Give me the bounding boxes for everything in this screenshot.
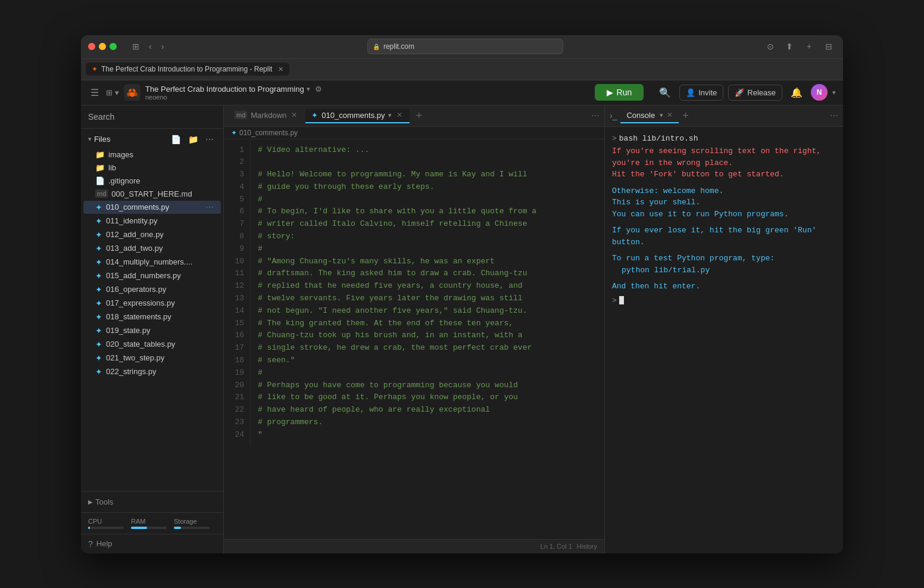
tools-row[interactable]: ▶ Tools (81, 495, 223, 509)
file-item-016[interactable]: ✦ 016_operators.py (83, 283, 221, 296)
sidebar-view-button[interactable]: ⊞ (129, 39, 143, 54)
file-item-012[interactable]: ✦ 012_add_one.py (83, 228, 221, 241)
help-section[interactable]: ? Help (81, 534, 223, 553)
py-icon: ✦ (95, 285, 102, 294)
console-prompt-symbol: > (612, 133, 617, 145)
files-header-label: Files (94, 135, 166, 144)
py-icon: ✦ (95, 244, 102, 253)
console-tab-label: Console (626, 111, 655, 120)
file-item-gitignore[interactable]: 📄 .gitignore (83, 175, 221, 187)
back-button[interactable]: ‹ (145, 39, 155, 54)
line-num-1: 1 (224, 144, 250, 157)
new-file-button[interactable]: 📄 (168, 133, 183, 145)
repl-dropdown-icon[interactable]: ▾ (307, 85, 310, 93)
file-name: images (108, 150, 214, 159)
file-item-020[interactable]: ✦ 020_state_tables.py (83, 338, 221, 351)
invite-button[interactable]: 👤 Invite (679, 85, 723, 101)
console-spacer-3 (612, 248, 836, 253)
file-item-022[interactable]: ✦ 022_strings.py (83, 365, 221, 378)
console-close-icon[interactable]: ✕ (667, 111, 673, 119)
url-bar[interactable]: 🔒 replit.com (367, 39, 564, 54)
titlebar-actions: ⊙ ⬆ ＋ ⊟ (763, 39, 836, 54)
header-controls: ⊞ ▾ (106, 88, 119, 97)
lock-icon: 🔒 (373, 43, 380, 50)
statusbar-ln-col: Ln 1, Col 1 (541, 543, 572, 550)
avatar[interactable]: N (811, 84, 828, 101)
browser-tab-replit[interactable]: ✦ The Perfect Crab Introduction to Progr… (86, 63, 289, 76)
code-line-24: " (258, 429, 597, 441)
header-actions: 🔍 👤 Invite 🚀 Release 🔔 N ▾ (655, 84, 836, 101)
download-icon[interactable]: ⊙ (763, 39, 778, 54)
sidebar-right-icon[interactable]: ⊟ (822, 39, 836, 54)
repl-settings-icon[interactable]: ⚙ (315, 85, 322, 94)
file-item-lib[interactable]: 📁 lib (83, 161, 221, 174)
traffic-lights (88, 43, 117, 50)
code-line-21: # like to be good at it. Perhaps you kno… (258, 391, 597, 404)
tab-010-comments[interactable]: ✦ 010_comments.py ▾ ✕ (305, 108, 410, 123)
tab-010-close[interactable]: ✕ (395, 111, 404, 119)
forward-button[interactable]: › (158, 39, 168, 54)
file-item-017[interactable]: ✦ 017_expressions.py (83, 297, 221, 310)
tab-dropdown-icon[interactable]: ▾ (388, 111, 392, 119)
new-folder-button[interactable]: 📁 (186, 133, 201, 145)
repl-name-row: The Perfect Crab Introduction to Program… (145, 85, 322, 94)
share-icon[interactable]: ⬆ (782, 39, 797, 54)
file-item-010-comments[interactable]: ✦ 010_comments.py ⋯ (83, 201, 221, 214)
py-icon: ✦ (95, 353, 102, 363)
file-item-021[interactable]: ✦ 021_two_step.py (83, 351, 221, 365)
file-item-018[interactable]: ✦ 018_statements.py (83, 310, 221, 323)
files-more-button[interactable]: ⋯ (203, 133, 216, 145)
file-item-images[interactable]: 📁 images (83, 148, 221, 161)
line-num-16: 16 (224, 329, 250, 342)
search-icon-btn[interactable]: 🔍 (655, 85, 675, 101)
tab-markdown-close[interactable]: ✕ (290, 111, 298, 119)
search-label[interactable]: Search (88, 112, 114, 122)
file-item-019[interactable]: ✦ 019_state.py (83, 324, 221, 337)
cpu-label: CPU (88, 518, 124, 525)
console-tab-main[interactable]: Console ▾ ✕ (620, 108, 679, 123)
line-num-19: 19 (224, 367, 250, 379)
console-add-tab-button[interactable]: + (680, 110, 691, 122)
tools-chevron-icon: ▶ (88, 499, 93, 505)
file-item-013[interactable]: ✦ 013_add_two.py (83, 242, 221, 255)
editor-area: md Markdown ✕ ✦ 010_comments.py ▾ ✕ + ⋯ … (224, 105, 605, 553)
console-line-red-2: you're in the wrong place. (612, 157, 836, 169)
console-spacer-2 (612, 220, 836, 225)
file-item-015[interactable]: ✦ 015_add_numbers.py (83, 269, 221, 282)
console-line-red-1: If you're seeing scrolling text on the r… (612, 145, 836, 157)
file-more-icon[interactable]: ⋯ (205, 203, 214, 212)
file-item-start-here[interactable]: md 000_START_HERE.md (83, 188, 221, 200)
py-icon: ✦ (95, 271, 102, 281)
sidebar-toggle-button[interactable]: ☰ (88, 85, 101, 101)
editor-more-button[interactable]: ⋯ (591, 111, 600, 120)
console-more-button[interactable]: ⋯ (830, 111, 838, 120)
console-tab-dropdown[interactable]: ▾ (660, 111, 663, 119)
notification-bell-icon[interactable]: 🔔 (787, 85, 806, 101)
code-line-18: # seen." (258, 354, 597, 367)
tab-markdown[interactable]: md Markdown ✕ (229, 108, 304, 123)
code-line-8: # story: (258, 231, 597, 243)
add-tab-button[interactable]: + (413, 110, 424, 122)
statusbar-history[interactable]: History (577, 543, 597, 550)
code-content: 1 2 3 4 5 6 7 8 9 10 11 12 13 14 (224, 139, 604, 446)
file-name: lib (108, 163, 214, 172)
code-editor[interactable]: 1 2 3 4 5 6 7 8 9 10 11 12 13 14 (224, 139, 604, 539)
console-actions: ⋯ (830, 110, 838, 121)
line-num-11: 11 (224, 267, 250, 280)
new-tab-icon[interactable]: ＋ (801, 39, 817, 54)
code-line-1: # Video alternative: ... (258, 144, 597, 157)
minimize-button[interactable] (99, 43, 106, 50)
replit-favicon: ✦ (92, 65, 98, 73)
close-button[interactable] (88, 43, 95, 50)
avatar-chevron[interactable]: ▾ (832, 89, 836, 97)
line-num-6: 6 (224, 206, 250, 218)
maximize-button[interactable] (110, 43, 117, 50)
tab-close-icon[interactable]: ✕ (278, 66, 283, 73)
run-button[interactable]: ▶ Run (595, 84, 644, 101)
file-item-014[interactable]: ✦ 014_multiply_numbers.... (83, 256, 221, 269)
nav-controls: ⊞ ‹ › (129, 39, 167, 54)
release-button[interactable]: 🚀 Release (728, 85, 782, 101)
line-num-13: 13 (224, 293, 250, 305)
line-numbers: 1 2 3 4 5 6 7 8 9 10 11 12 13 14 (224, 139, 251, 446)
file-item-011[interactable]: ✦ 011_identity.py (83, 214, 221, 228)
